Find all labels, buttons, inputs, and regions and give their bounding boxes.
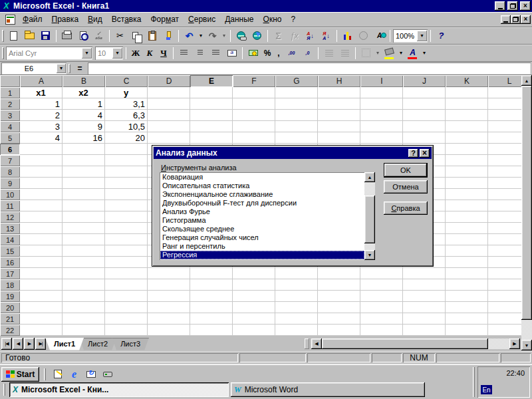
cell-E3[interactable]: [190, 110, 233, 121]
cell-C12[interactable]: [105, 211, 148, 223]
cell-K5[interactable]: [446, 132, 488, 144]
cell-D18[interactable]: [148, 279, 190, 291]
cell-I5[interactable]: [360, 132, 403, 144]
font-name-combobox[interactable]: Arial Cyr ▾: [6, 47, 92, 60]
column-header-A[interactable]: A: [20, 75, 63, 87]
row-header-6[interactable]: 6: [0, 144, 20, 155]
cell-C6[interactable]: [105, 144, 148, 155]
analysis-tool-item-1[interactable]: Ковариация: [160, 173, 364, 182]
font-size-dropdown-icon[interactable]: ▾: [112, 48, 122, 59]
cell-D5[interactable]: [148, 132, 190, 144]
cell-B19[interactable]: [63, 291, 105, 302]
align-left-button[interactable]: [176, 46, 192, 61]
internet-explorer-shortcut[interactable]: e: [67, 368, 81, 381]
cancel-button[interactable]: Отмена: [384, 180, 428, 194]
cell-B14[interactable]: [63, 234, 105, 245]
close-button[interactable]: ×: [520, 1, 531, 11]
cell-H20[interactable]: [318, 302, 360, 313]
cell-F3[interactable]: [233, 110, 275, 121]
menu-Окно[interactable]: Окно: [259, 13, 287, 26]
redo-button[interactable]: ↷: [205, 29, 220, 43]
cell-C19[interactable]: [105, 291, 148, 302]
zoom-dropdown-icon[interactable]: ▾: [417, 31, 427, 41]
cell-K14[interactable]: [446, 234, 488, 245]
cell-A14[interactable]: [20, 234, 63, 245]
cell-K6[interactable]: [446, 144, 488, 155]
cell-C5[interactable]: 20: [105, 132, 148, 144]
last-sheet-button[interactable]: ▶|: [35, 338, 46, 350]
cell-A13[interactable]: [20, 223, 63, 234]
name-box-dropdown-icon[interactable]: ▾: [57, 64, 66, 73]
menu-?[interactable]: ?: [286, 13, 300, 26]
cell-A9[interactable]: [20, 178, 63, 189]
cell-B13[interactable]: [63, 223, 105, 234]
cell-A21[interactable]: [20, 313, 63, 325]
row-header-1[interactable]: 1: [0, 87, 20, 98]
cell-E4[interactable]: [190, 121, 233, 132]
decrease-decimal-button[interactable]: ,0: [300, 46, 315, 61]
analysis-tool-item-10[interactable]: Регрессия: [160, 251, 364, 259]
cell-J3[interactable]: [403, 110, 446, 121]
cell-A22[interactable]: [20, 325, 63, 336]
drawing-button[interactable]: A: [372, 29, 387, 43]
excel-app-icon[interactable]: X: [1, 2, 11, 11]
cell-B8[interactable]: [63, 166, 105, 178]
row-header-11[interactable]: 11: [0, 200, 20, 211]
cell-A15[interactable]: [20, 245, 63, 257]
cell-H1[interactable]: [318, 87, 360, 98]
cell-B20[interactable]: [63, 302, 105, 313]
underline-button[interactable]: Ч: [157, 46, 170, 61]
borders-button[interactable]: [358, 46, 374, 61]
percent-style-button[interactable]: %: [261, 46, 273, 61]
analysis-tool-item-2[interactable]: Описательная статистика: [160, 182, 364, 190]
cell-J20[interactable]: [403, 302, 446, 313]
cell-K7[interactable]: [446, 155, 488, 166]
cell-F5[interactable]: [233, 132, 275, 144]
cell-C7[interactable]: [105, 155, 148, 166]
ok-button[interactable]: OK: [384, 163, 428, 178]
cell-C15[interactable]: [105, 245, 148, 257]
restore-button[interactable]: [507, 1, 518, 11]
cell-B5[interactable]: 16: [63, 132, 105, 144]
toolbar-grip[interactable]: [2, 30, 4, 42]
cell-K9[interactable]: [446, 178, 488, 189]
paste-function-button[interactable]: ƒx: [287, 29, 302, 43]
cell-A17[interactable]: [20, 268, 63, 279]
start-button[interactable]: Start: [1, 367, 39, 382]
edit-formula-button[interactable]: =: [73, 63, 86, 74]
cell-F2[interactable]: [233, 98, 275, 110]
cell-E19[interactable]: [190, 291, 233, 302]
show-desktop-shortcut[interactable]: [100, 368, 114, 381]
cell-D22[interactable]: [148, 325, 190, 336]
increase-indent-button[interactable]: [337, 46, 352, 61]
formula-input[interactable]: [88, 63, 531, 74]
column-header-J[interactable]: J: [403, 75, 446, 87]
increase-decimal-button[interactable]: ,00: [284, 46, 299, 61]
cell-B4[interactable]: 9: [63, 121, 105, 132]
column-header-H[interactable]: H: [318, 75, 360, 87]
cell-K13[interactable]: [446, 223, 488, 234]
cell-G2[interactable]: [275, 98, 318, 110]
cell-B17[interactable]: [63, 268, 105, 279]
cell-H17[interactable]: [318, 268, 360, 279]
cell-B21[interactable]: [63, 313, 105, 325]
cell-A8[interactable]: [20, 166, 63, 178]
cell-H22[interactable]: [318, 325, 360, 336]
toolbar-grip[interactable]: [2, 47, 4, 59]
cell-D2[interactable]: [148, 98, 190, 110]
new-button[interactable]: [6, 29, 21, 43]
cell-I17[interactable]: [360, 268, 403, 279]
workbook-icon[interactable]: [5, 15, 15, 25]
cell-E5[interactable]: [190, 132, 233, 144]
office-assistant-button[interactable]: ?: [434, 29, 449, 43]
scroll-left-button[interactable]: ◀: [311, 338, 322, 349]
analysis-tool-item-5[interactable]: Анализ Фурье: [160, 207, 364, 216]
vertical-scroll-track[interactable]: [521, 320, 532, 340]
next-sheet-button[interactable]: ▶: [24, 338, 35, 350]
analysis-tool-item-8[interactable]: Генерация случайных чисел: [160, 233, 364, 242]
sheet-tab-Лист2[interactable]: Лист2: [79, 338, 116, 350]
row-header-22[interactable]: 22: [0, 325, 20, 336]
cell-H4[interactable]: [318, 121, 360, 132]
cell-F21[interactable]: [233, 313, 275, 325]
analysis-tool-item-9[interactable]: Ранг и персентиль: [160, 242, 364, 251]
